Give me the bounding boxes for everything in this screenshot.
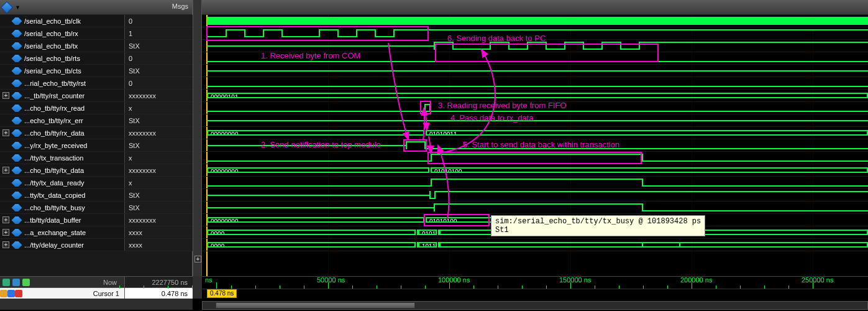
wave-row-delay-counter[interactable]: 0000 1011 (202, 239, 868, 251)
signal-diamond-icon (12, 154, 22, 162)
signal-name: ..._tb/tty/rst_counter (24, 92, 85, 100)
signal-name: .../tty/tx_data_ready (24, 179, 85, 187)
expander-icon[interactable]: + (2, 216, 9, 223)
time-tick-label: 150000 ns (559, 276, 591, 284)
expander-icon[interactable]: + (2, 167, 9, 174)
signal-row[interactable]: +.../tty/delay_counterxxxx (0, 239, 193, 251)
delete-icon[interactable] (15, 290, 22, 297)
dropdown-icon[interactable]: ▼ (15, 4, 21, 11)
signal-value: StX (124, 202, 193, 213)
signal-diamond-icon (12, 204, 22, 211)
tooltip-line1: sim:/serial_echo_tb/tty/tx_busy @ 101893… (495, 217, 701, 226)
wave-row-rts[interactable] (202, 52, 868, 65)
expander-icon (2, 55, 9, 62)
signal-name: /serial_echo_tb/cts (24, 67, 81, 75)
time-scale: ns50000 ns100000 ns150000 ns200000 ns250… (202, 277, 868, 289)
signal-row[interactable]: +...cho_tb/tty/rx_dataxxxxxxxx (0, 127, 193, 139)
signal-row[interactable]: .../tty/tx_data_readyx (0, 177, 193, 189)
scrollbar-thumb[interactable] (216, 302, 415, 309)
time-ruler[interactable]: ns50000 ns100000 ns150000 ns200000 ns250… (202, 276, 868, 299)
cursor-label: Cursor 1 (22, 290, 124, 297)
wave-row-rx-byte-received[interactable] (202, 139, 868, 152)
signal-row[interactable]: /serial_echo_tb/rts0 (0, 52, 193, 65)
wave-row-tx-data[interactable]: 00000000 01010100 (202, 164, 868, 177)
signal-value: 0 (124, 77, 193, 89)
wave-row-rst-counter[interactable]: 00000101 (202, 90, 868, 102)
cursor-value: 0.478 ns (124, 288, 193, 299)
wave-row-clk[interactable] (202, 15, 868, 27)
signal-panel: ▼ Msgs /serial_echo_tb/clk0/serial_echo_… (0, 0, 193, 276)
signal-value: xxxxxxxx (124, 214, 193, 226)
wave-row-rst[interactable] (202, 77, 868, 90)
signal-row[interactable]: ...tty/tx_data_copiedStX (0, 189, 193, 202)
signal-diamond-icon (12, 55, 22, 62)
tooltip-line2: St1 (495, 226, 701, 234)
toolbar-icon[interactable] (2, 279, 10, 286)
signal-diamond-icon (12, 67, 22, 75)
signal-diamond-icon (12, 179, 22, 187)
now-value: 2227750 ns (124, 277, 193, 287)
signal-name: ...a_exchange_state (24, 229, 86, 236)
signal-row[interactable]: +..._tb/tty/rst_counterxxxxxxxx (0, 90, 193, 102)
signal-value: StX (124, 40, 193, 52)
lock-icon[interactable] (0, 290, 7, 297)
signal-value: 0 (124, 15, 193, 27)
wave-row-rx[interactable] (202, 27, 868, 40)
bus-value: 00000101 (211, 94, 239, 98)
signal-diamond-icon (12, 104, 22, 112)
signal-row[interactable]: ...cho_tb/tty/rx_readx (0, 102, 193, 114)
signal-name: ...cho_tb/tty/tx_busy (24, 204, 85, 211)
signal-row[interactable]: ...echo_tb/tty/rx_errStX (0, 114, 193, 127)
signal-row[interactable]: /serial_echo_tb/rx1 (0, 27, 193, 40)
wave-row-rx-err[interactable] (202, 114, 868, 127)
signal-diamond-icon (12, 229, 22, 236)
signal-name: /serial_echo_tb/rx (24, 30, 78, 37)
signal-row[interactable]: ...y/rx_byte_receivedStX (0, 139, 193, 152)
expander-icon[interactable]: + (2, 241, 9, 248)
expander-icon (2, 104, 9, 111)
wave-row-tx-busy[interactable] (202, 202, 868, 214)
expander-icon[interactable]: + (2, 129, 9, 136)
expander-icon (2, 179, 9, 186)
wave-row-cts[interactable] (202, 65, 868, 77)
signal-row[interactable]: ...cho_tb/tty/tx_busyStX (0, 202, 193, 214)
signal-row[interactable]: +...cho_tb/tty/tx_dataxxxxxxxx (0, 164, 193, 177)
wave-row-tx-data-ready[interactable] (202, 177, 868, 189)
signal-diamond-icon (12, 42, 22, 50)
ruler-left-panel: Now 2227750 ns Cursor 1 0.478 ns (0, 276, 202, 299)
signal-row[interactable]: /serial_echo_tb/txStX (0, 40, 193, 52)
expander-icon (2, 80, 9, 86)
signal-value: 0 (124, 52, 193, 64)
bus-value: 00000000 (211, 131, 239, 136)
signal-row[interactable]: /serial_echo_tb/clk0 (0, 15, 193, 27)
wave-row-tx-transaction[interactable] (202, 152, 868, 164)
expander-icon[interactable]: + (2, 92, 9, 99)
expander-icon (2, 204, 9, 211)
signal-row[interactable]: +...tb/tty/data_bufferxxxxxxxx (0, 214, 193, 226)
toolbar-icon[interactable] (12, 279, 20, 286)
expander-icon[interactable]: + (2, 229, 9, 236)
wave-row-tx-data-copied[interactable] (202, 189, 868, 202)
signal-diamond-icon (12, 80, 22, 87)
expander-icon (2, 30, 9, 37)
wave-row-rx-data[interactable]: 00000000 01010011 (202, 127, 868, 139)
cursor-flag[interactable]: 0.478 ns (207, 289, 237, 298)
signal-row[interactable]: .../tty/tx_transactionx (0, 152, 193, 164)
signal-diamond-icon (12, 167, 22, 174)
wave-row-tx[interactable] (202, 40, 868, 52)
bus-value: 00000000 (211, 169, 239, 173)
signal-row[interactable]: +...a_exchange_statexxxx (0, 226, 193, 239)
expander-icon[interactable]: + (194, 256, 201, 262)
time-tick-label: 250000 ns (802, 276, 833, 284)
toolbar-icon[interactable] (22, 279, 30, 286)
cursor-row[interactable]: Cursor 1 0.478 ns (0, 287, 193, 299)
horizontal-scrollbar[interactable] (202, 301, 868, 310)
wave-row-rx-read[interactable] (202, 102, 868, 114)
signal-row[interactable]: ...rial_echo_tb/tty/rst0 (0, 77, 193, 90)
signal-row[interactable]: /serial_echo_tb/ctsStX (0, 65, 193, 77)
bus-value: 01010100 (434, 169, 462, 173)
bus-value: 00000000 (211, 218, 239, 223)
signal-value: xxxxxxxx (124, 164, 193, 176)
signal-value: 1 (124, 27, 193, 39)
pin-icon[interactable] (7, 290, 15, 297)
